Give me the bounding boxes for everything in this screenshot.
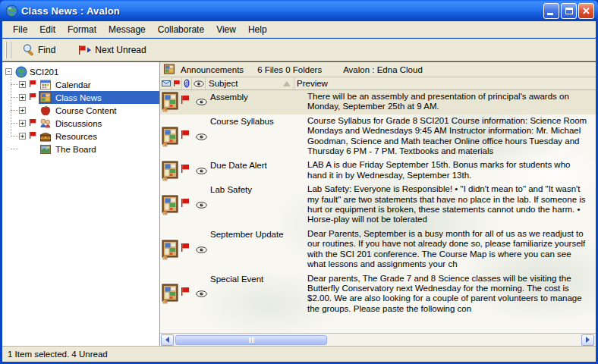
message-subject: Due Date Alert	[209, 158, 294, 183]
viewed-eye-icon	[196, 158, 209, 183]
status-text: 1 Item selected. 4 Unread	[8, 350, 108, 359]
sidebar-item-label: Discussions	[54, 119, 103, 128]
next-unread-flag-icon	[78, 45, 92, 55]
sidebar-item-label: SCI201	[30, 67, 58, 77]
menu-file[interactable]: File	[7, 23, 33, 36]
flag-icon	[173, 80, 181, 87]
resources-icon	[39, 130, 52, 143]
message-preview: Lab Safety: Everyone is Responsible! • "…	[294, 183, 596, 228]
menu-message[interactable]: Message	[102, 23, 152, 36]
message-preview: Course Syllabus for Grade 8 SCI201 Cours…	[294, 115, 596, 159]
status-bar: 1 Item selected. 4 Unread	[2, 346, 596, 362]
sidebar-item-class-news[interactable]: + Class News	[2, 91, 159, 104]
calendar-icon	[39, 79, 52, 91]
expand-icon[interactable]: +	[19, 81, 26, 88]
column-header-row: Subject Preview	[160, 77, 596, 90]
scroll-left-arrow-icon[interactable]	[161, 334, 174, 346]
message-row-special-event[interactable]: Special Event Dear parents, The Grade 7 …	[160, 272, 596, 317]
sidebar-item-calendar[interactable]: + Calendar	[2, 78, 159, 91]
bulletin-message-icon	[162, 240, 180, 260]
globe-icon	[15, 66, 28, 78]
toolbar-grip[interactable]	[5, 42, 11, 58]
sidebar-item-label: The Board	[54, 145, 98, 154]
find-button[interactable]: Find	[16, 41, 61, 58]
message-row-assembly[interactable]: Assembly There will be an assembly and p…	[160, 90, 596, 115]
bulletin-message-icon	[162, 195, 180, 215]
unread-flag-icon	[181, 198, 190, 208]
horizontal-scrollbar[interactable]	[160, 333, 596, 346]
unread-flag-icon	[29, 93, 38, 102]
find-label: Find	[38, 45, 55, 55]
unread-flag-icon	[29, 131, 38, 141]
unread-flag-icon	[181, 130, 190, 140]
bulletin-message-icon	[162, 127, 180, 147]
account-name: Avalon : Edna Cloud	[343, 65, 423, 74]
title-bar[interactable]: Class News : Avalon ✕	[0, 0, 598, 21]
menu-edit[interactable]: Edit	[33, 23, 61, 36]
menu-view[interactable]: View	[210, 23, 242, 36]
message-row-lab-safety[interactable]: Lab Safety Lab Safety: Everyone is Respo…	[160, 183, 596, 228]
sidebar-item-label: Calendar	[54, 80, 93, 89]
expand-icon[interactable]: +	[19, 133, 26, 140]
sidebar-item-resources[interactable]: + Resources	[2, 130, 159, 143]
expand-icon[interactable]: +	[19, 94, 26, 101]
menu-format[interactable]: Format	[61, 23, 102, 36]
globe-app-icon	[5, 5, 18, 17]
message-row-course-syllabus[interactable]: Course Syllabus Course Syllabus for Grad…	[160, 115, 596, 159]
viewed-eye-icon	[196, 115, 209, 159]
sidebar-item-the-board[interactable]: The Board	[2, 143, 159, 155]
viewed-eye-icon	[196, 183, 209, 228]
scroll-right-arrow-icon[interactable]	[581, 334, 594, 346]
attachment-column-header[interactable]	[182, 77, 192, 89]
preview-column-label: Preview	[297, 79, 328, 88]
message-preview: Dear Parents, September is a busy month …	[294, 228, 596, 272]
eye-icon	[194, 80, 204, 87]
announcements-icon	[163, 64, 175, 75]
bulletin-message-icon	[162, 92, 180, 112]
envelope-column-header[interactable]	[160, 77, 172, 89]
viewed-eye-icon	[196, 272, 209, 317]
app-window: Class News : Avalon ✕ File Edit Format M…	[0, 0, 598, 364]
next-unread-label: Next Unread	[95, 45, 146, 55]
unread-flag-icon	[181, 243, 190, 253]
minimize-button-icon[interactable]	[543, 3, 559, 19]
toolbar: Find Next Unread	[2, 39, 596, 61]
main-area: - SCI201 + Calendar + Class News	[2, 62, 596, 346]
message-subject: Course Syllabus	[209, 115, 294, 159]
sidebar-item-discussions[interactable]: + Discussions	[2, 117, 159, 130]
message-preview: LAB A is due Friday September 15th. Bonu…	[294, 158, 596, 183]
close-button-icon[interactable]: ✕	[578, 3, 594, 19]
search-icon	[22, 43, 35, 56]
viewed-column-header[interactable]	[192, 77, 206, 89]
class-news-icon	[39, 92, 52, 104]
unread-flag-icon	[181, 95, 190, 105]
menu-collaborate[interactable]: Collaborate	[152, 23, 210, 36]
sidebar-item-course-content[interactable]: + Course Content	[2, 104, 159, 117]
sidebar-item-label: Course Content	[54, 106, 118, 115]
message-subject: Special Event	[209, 272, 294, 317]
expand-icon[interactable]: +	[19, 107, 26, 114]
maximize-button-icon[interactable]	[561, 3, 577, 19]
subject-column-header[interactable]: Subject	[206, 77, 294, 89]
next-unread-button[interactable]: Next Unread	[72, 42, 152, 58]
menu-bar: File Edit Format Message Collaborate Vie…	[2, 21, 596, 38]
viewed-eye-icon	[196, 228, 209, 272]
message-list: Assembly There will be an assembly and p…	[160, 90, 596, 333]
sidebar-item-label: Resources	[54, 132, 99, 141]
discussions-icon	[39, 118, 52, 130]
viewed-eye-icon	[196, 90, 209, 115]
content-panel: Announcements 6 Files 0 Folders Avalon :…	[160, 62, 596, 346]
message-row-september-update[interactable]: September Update Dear Parents, September…	[160, 228, 596, 272]
message-row-due-date-alert[interactable]: Due Date Alert LAB A is due Friday Septe…	[160, 158, 596, 183]
preview-column-header[interactable]: Preview	[294, 77, 596, 89]
bulletin-message-icon	[162, 161, 180, 181]
expand-icon[interactable]: +	[19, 120, 26, 127]
unread-flag-icon	[29, 118, 38, 128]
bulletin-message-icon	[162, 284, 180, 304]
scrollbar-thumb[interactable]	[175, 335, 327, 345]
menu-help[interactable]: Help	[242, 23, 273, 36]
sidebar-item-sci201[interactable]: - SCI201	[2, 65, 159, 78]
conference-info-bar: Announcements 6 Files 0 Folders Avalon :…	[160, 62, 596, 77]
flag-column-header[interactable]	[172, 77, 182, 89]
the-board-icon	[39, 143, 52, 155]
